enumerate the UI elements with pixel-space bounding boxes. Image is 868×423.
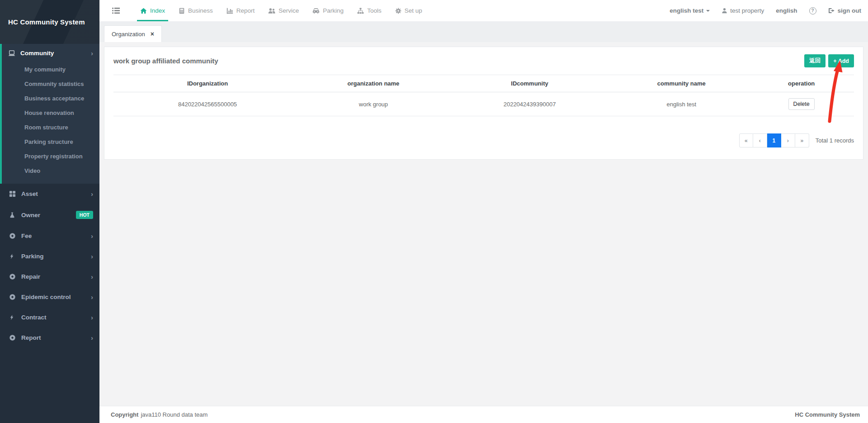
users-icon <box>268 8 275 14</box>
community-switcher-label: english test <box>670 7 703 14</box>
col-header-organization-name: organization name <box>302 75 445 92</box>
topnav-label: Tools <box>367 7 382 14</box>
property-label: test property <box>730 7 764 14</box>
chevron-right-icon: › <box>91 295 93 299</box>
chevron-right-icon: › <box>91 192 93 196</box>
topbar-right: english test test property english ? <box>670 0 861 21</box>
topnav-item-set-up[interactable]: Set up <box>388 0 429 21</box>
pager-next-button[interactable]: › <box>781 133 795 147</box>
topnav-label: Parking <box>323 7 344 14</box>
topnav-label: Service <box>278 7 299 14</box>
sign-out-icon <box>828 8 835 14</box>
sidebar-subitem-property-registration[interactable]: Property registration <box>2 149 99 164</box>
pager-last-button[interactable]: » <box>795 133 809 147</box>
user-icon <box>722 8 727 14</box>
sidebar-subitem-community-statistics[interactable]: Community statistics <box>2 77 99 91</box>
sidebar-item-label: Fee <box>21 233 32 239</box>
community-submenu: My community Community statistics Busine… <box>2 62 99 184</box>
page-title: work group affiliated community <box>113 57 218 65</box>
sidebar-subitem-business-acceptance[interactable]: Business acceptance <box>2 91 99 106</box>
help-icon[interactable]: ? <box>809 7 816 14</box>
copyright-text: java110 Round data team <box>141 411 208 418</box>
dot-circle-icon <box>9 273 17 280</box>
hot-badge: HOT <box>76 211 93 219</box>
sidebar-toggle-button[interactable] <box>106 0 125 21</box>
language-switcher[interactable]: english <box>776 7 797 14</box>
sidebar-subitem-video[interactable]: Video <box>2 164 99 178</box>
app-logo: HC Community System <box>0 0 99 44</box>
work-group-panel: work group affiliated community 返回 + Add… <box>104 47 863 160</box>
topnav-item-business[interactable]: Business <box>172 0 220 21</box>
sidebar-item-label: Owner <box>21 212 40 219</box>
cell-operation: Delete <box>749 92 854 116</box>
sidebar: HC Community System Community › My commu… <box>0 0 99 423</box>
sidebar-subitem-house-renovation[interactable]: House renovation <box>2 106 99 120</box>
sidebar-item-label: Report <box>21 334 41 341</box>
open-tabs-bar: Organization × <box>99 21 868 42</box>
main-area: Index Business Report <box>99 0 868 423</box>
sidebar-item-fee[interactable]: Fee › <box>0 226 99 246</box>
topnav-item-service[interactable]: Service <box>261 0 306 21</box>
dot-circle-icon <box>9 294 17 300</box>
col-header-idorganization: IDorganization <box>113 75 302 92</box>
pager-prev-button[interactable]: ‹ <box>753 133 767 147</box>
sidebar-subitem-my-community[interactable]: My community <box>2 62 99 77</box>
cell-organization-name: work group <box>302 92 445 116</box>
sidebar-subitem-parking-structure[interactable]: Parking structure <box>2 135 99 149</box>
sidebar-item-owner[interactable]: Owner HOT <box>0 204 99 226</box>
sidebar-item-community[interactable]: Community › <box>2 44 99 62</box>
sign-out-label: sign out <box>838 7 862 14</box>
sidebar-item-repair[interactable]: Repair › <box>0 266 99 287</box>
bar-chart-icon <box>226 8 233 14</box>
pagination-row: « ‹ 1 › » Total 1 records <box>113 133 854 147</box>
sign-out-button[interactable]: sign out <box>828 7 862 14</box>
delete-button[interactable]: Delete <box>788 98 815 110</box>
chevron-right-icon: › <box>91 234 93 238</box>
topnav-label: Report <box>236 7 255 14</box>
page-content: work group affiliated community 返回 + Add… <box>99 42 868 406</box>
topnav-item-tools[interactable]: Tools <box>350 0 388 21</box>
property-menu[interactable]: test property <box>722 7 764 14</box>
dot-circle-icon <box>9 334 17 341</box>
topnav-item-parking[interactable]: Parking <box>306 0 350 21</box>
calculator-icon <box>179 8 185 14</box>
caret-down-icon <box>706 10 710 12</box>
add-button[interactable]: + Add <box>828 54 854 67</box>
bolt-icon <box>9 314 17 321</box>
col-header-operation: operation <box>749 75 854 92</box>
home-icon <box>140 8 147 14</box>
sidebar-item-asset[interactable]: Asset › <box>0 184 99 204</box>
chevron-right-icon: › <box>91 315 93 320</box>
pager-first-button[interactable]: « <box>739 133 753 147</box>
bolt-icon <box>9 253 17 260</box>
close-icon[interactable]: × <box>151 32 154 36</box>
chevron-right-icon: › <box>91 51 93 56</box>
sidebar-item-epidemic-control[interactable]: Epidemic control › <box>0 287 99 307</box>
app-window: HC Community System Community › My commu… <box>0 0 868 423</box>
copyright-label: Copyright <box>111 411 138 418</box>
back-button[interactable]: 返回 <box>804 54 826 67</box>
footer: Copyrightjava110 Round data team HC Comm… <box>99 406 868 423</box>
tab-organization[interactable]: Organization × <box>104 25 162 42</box>
list-menu-icon <box>112 7 120 14</box>
cell-idorganization: 842022042565500005 <box>113 92 302 116</box>
topnav-label: Index <box>150 7 165 14</box>
sidebar-item-parking[interactable]: Parking › <box>0 246 99 266</box>
sidebar-section-community: Community › My community Community stati… <box>0 44 99 184</box>
sidebar-item-contract[interactable]: Contract › <box>0 307 99 328</box>
topnav-item-report[interactable]: Report <box>220 0 262 21</box>
chevron-right-icon: › <box>91 336 93 340</box>
sidebar-subitem-room-structure[interactable]: Room structure <box>2 120 99 135</box>
sidebar-item-report[interactable]: Report › <box>0 328 99 348</box>
col-header-community-name: community name <box>614 75 749 92</box>
language-label: english <box>776 7 797 14</box>
cell-idcommunity: 2022042439390007 <box>445 92 614 116</box>
pager-page-1[interactable]: 1 <box>767 133 781 147</box>
topnav-item-index[interactable]: Index <box>133 0 172 21</box>
sidebar-item-label: Repair <box>21 273 40 280</box>
gear-icon <box>395 8 401 14</box>
community-switcher-dropdown[interactable]: english test <box>670 7 710 14</box>
table-row: 842022042565500005 work group 2022042439… <box>113 92 854 116</box>
pager: « ‹ 1 › » <box>739 133 809 147</box>
cell-community-name: english test <box>614 92 749 116</box>
